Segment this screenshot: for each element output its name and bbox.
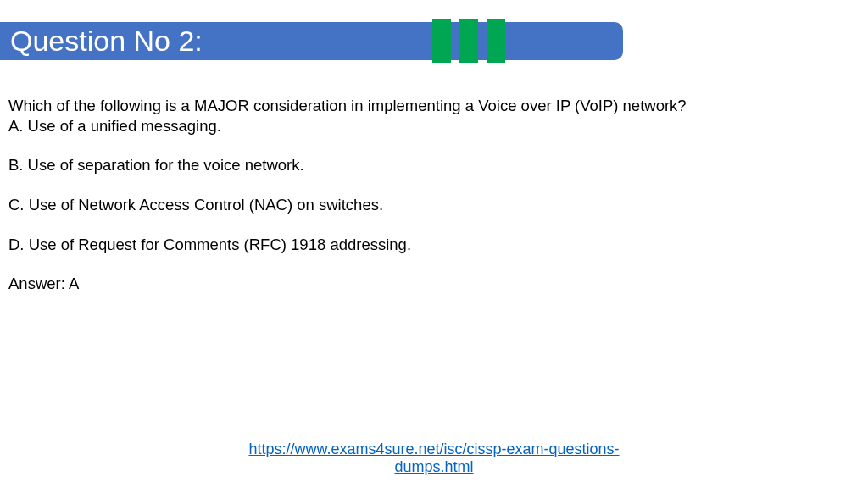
footer-link-container: https://www.exams4sure.net/isc/cissp-exa… xyxy=(217,441,651,476)
decoration-stripe xyxy=(432,19,451,63)
question-number-title: Question No 2: xyxy=(10,25,203,58)
question-prompt: Which of the following is a MAJOR consid… xyxy=(8,96,868,116)
question-content: Which of the following is a MAJOR consid… xyxy=(0,96,868,294)
decoration-stripe xyxy=(487,19,505,63)
answer-line: Answer: A xyxy=(8,274,868,294)
option-c: C. Use of Network Access Control (NAC) o… xyxy=(8,195,868,215)
option-d: D. Use of Request for Comments (RFC) 191… xyxy=(8,235,868,255)
title-decoration xyxy=(432,19,505,63)
option-a: A. Use of a unified messaging. xyxy=(8,116,868,136)
decoration-stripe xyxy=(459,19,478,63)
source-url-link[interactable]: https://www.exams4sure.net/isc/cissp-exa… xyxy=(248,441,619,475)
option-b: B. Use of separation for the voice netwo… xyxy=(8,155,868,175)
title-bar: Question No 2: xyxy=(0,22,623,60)
